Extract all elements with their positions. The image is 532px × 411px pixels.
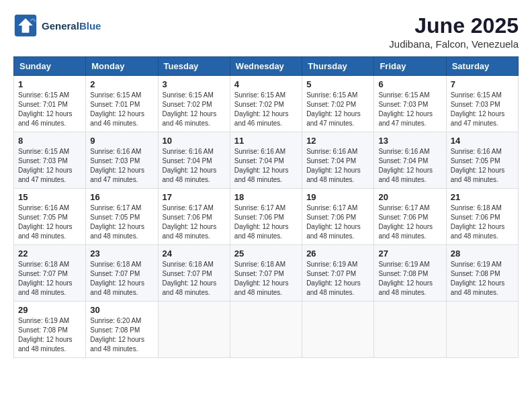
weekday-header-thursday: Thursday [302,57,374,76]
day-number: 22 [18,248,81,259]
month-title: June 2025 [389,13,519,38]
calendar-day-cell: 28Sunrise: 6:19 AM Sunset: 7:08 PM Dayli… [446,245,518,302]
day-info: Sunrise: 6:17 AM Sunset: 7:06 PM Dayligh… [234,203,298,241]
calendar-day-cell: 19Sunrise: 6:17 AM Sunset: 7:06 PM Dayli… [302,189,374,245]
day-number: 24 [163,248,226,259]
calendar-day-cell: 11Sunrise: 6:16 AM Sunset: 7:04 PM Dayli… [230,132,302,189]
day-number: 15 [18,192,81,202]
calendar-day-cell [374,302,446,358]
day-number: 16 [90,192,153,202]
calendar-day-cell: 30Sunrise: 6:20 AM Sunset: 7:08 PM Dayli… [86,302,158,358]
day-number: 7 [451,79,514,89]
day-number: 25 [234,248,298,259]
calendar-day-cell: 3Sunrise: 6:15 AM Sunset: 7:02 PM Daylig… [158,76,230,132]
day-info: Sunrise: 6:16 AM Sunset: 7:04 PM Dayligh… [378,147,441,185]
day-number: 5 [306,79,369,89]
day-number: 27 [378,248,441,259]
calendar-day-cell: 22Sunrise: 6:18 AM Sunset: 7:07 PM Dayli… [14,245,86,302]
day-info: Sunrise: 6:17 AM Sunset: 7:05 PM Dayligh… [90,203,153,241]
day-number: 28 [451,248,514,259]
day-number: 9 [90,136,153,146]
day-info: Sunrise: 6:18 AM Sunset: 7:06 PM Dayligh… [451,203,514,241]
day-info: Sunrise: 6:19 AM Sunset: 7:07 PM Dayligh… [306,260,369,298]
day-info: Sunrise: 6:15 AM Sunset: 7:03 PM Dayligh… [18,147,81,185]
calendar-week-row: 29Sunrise: 6:19 AM Sunset: 7:08 PM Dayli… [14,302,519,358]
day-info: Sunrise: 6:20 AM Sunset: 7:08 PM Dayligh… [90,316,153,354]
day-info: Sunrise: 6:15 AM Sunset: 7:02 PM Dayligh… [163,91,226,128]
weekday-header-row: SundayMondayTuesdayWednesdayThursdayFrid… [14,57,519,76]
day-info: Sunrise: 6:15 AM Sunset: 7:02 PM Dayligh… [306,91,369,128]
day-number: 14 [451,136,514,146]
day-number: 20 [378,192,441,202]
calendar-week-row: 1Sunrise: 6:15 AM Sunset: 7:01 PM Daylig… [14,76,519,132]
day-info: Sunrise: 6:19 AM Sunset: 7:08 PM Dayligh… [451,260,514,298]
calendar-day-cell: 24Sunrise: 6:18 AM Sunset: 7:07 PM Dayli… [158,245,230,302]
calendar-day-cell: 4Sunrise: 6:15 AM Sunset: 7:02 PM Daylig… [230,76,302,132]
calendar-day-cell [302,302,374,358]
day-number: 17 [163,192,226,202]
day-info: Sunrise: 6:16 AM Sunset: 7:05 PM Dayligh… [18,203,81,241]
day-info: Sunrise: 6:18 AM Sunset: 7:07 PM Dayligh… [18,260,81,298]
day-number: 11 [234,136,298,146]
calendar-day-cell: 7Sunrise: 6:15 AM Sunset: 7:03 PM Daylig… [446,76,518,132]
weekday-header-tuesday: Tuesday [158,57,230,76]
day-number: 30 [90,305,153,315]
calendar-day-cell: 12Sunrise: 6:16 AM Sunset: 7:04 PM Dayli… [302,132,374,189]
weekday-header-sunday: Sunday [14,57,86,76]
location-title: Judibana, Falcon, Venezuela [389,38,519,50]
calendar-day-cell: 20Sunrise: 6:17 AM Sunset: 7:06 PM Dayli… [374,189,446,245]
day-number: 12 [306,136,369,146]
day-number: 19 [306,192,369,202]
calendar-day-cell [158,302,230,358]
calendar-day-cell: 15Sunrise: 6:16 AM Sunset: 7:05 PM Dayli… [14,189,86,245]
day-info: Sunrise: 6:15 AM Sunset: 7:01 PM Dayligh… [90,91,153,128]
day-number: 29 [18,305,81,315]
weekday-header-saturday: Saturday [446,57,518,76]
day-number: 1 [18,79,81,89]
calendar-day-cell: 13Sunrise: 6:16 AM Sunset: 7:04 PM Dayli… [374,132,446,189]
day-info: Sunrise: 6:17 AM Sunset: 7:06 PM Dayligh… [378,203,441,241]
calendar-day-cell: 9Sunrise: 6:16 AM Sunset: 7:03 PM Daylig… [86,132,158,189]
weekday-header-friday: Friday [374,57,446,76]
weekday-header-monday: Monday [86,57,158,76]
calendar-week-row: 8Sunrise: 6:15 AM Sunset: 7:03 PM Daylig… [14,132,519,189]
day-number: 10 [163,136,226,146]
calendar-day-cell: 16Sunrise: 6:17 AM Sunset: 7:05 PM Dayli… [86,189,158,245]
logo-icon [13,13,38,38]
day-number: 18 [234,192,298,202]
day-number: 13 [378,136,441,146]
day-info: Sunrise: 6:19 AM Sunset: 7:08 PM Dayligh… [18,316,81,354]
day-info: Sunrise: 6:17 AM Sunset: 7:06 PM Dayligh… [306,203,369,241]
calendar-day-cell: 17Sunrise: 6:17 AM Sunset: 7:06 PM Dayli… [158,189,230,245]
calendar-day-cell: 1Sunrise: 6:15 AM Sunset: 7:01 PM Daylig… [14,76,86,132]
logo: GeneralBlue [13,13,101,38]
day-info: Sunrise: 6:17 AM Sunset: 7:06 PM Dayligh… [163,203,226,241]
calendar-day-cell: 23Sunrise: 6:18 AM Sunset: 7:07 PM Dayli… [86,245,158,302]
day-number: 6 [378,79,441,89]
calendar-day-cell [446,302,518,358]
calendar-day-cell: 18Sunrise: 6:17 AM Sunset: 7:06 PM Dayli… [230,189,302,245]
title-area: June 2025 Judibana, Falcon, Venezuela [389,13,519,50]
day-number: 26 [306,248,369,259]
calendar-day-cell: 27Sunrise: 6:19 AM Sunset: 7:08 PM Dayli… [374,245,446,302]
day-number: 3 [163,79,226,89]
calendar-day-cell: 29Sunrise: 6:19 AM Sunset: 7:08 PM Dayli… [14,302,86,358]
calendar-day-cell: 21Sunrise: 6:18 AM Sunset: 7:06 PM Dayli… [446,189,518,245]
calendar-day-cell: 8Sunrise: 6:15 AM Sunset: 7:03 PM Daylig… [14,132,86,189]
calendar-day-cell [230,302,302,358]
day-info: Sunrise: 6:16 AM Sunset: 7:04 PM Dayligh… [163,147,226,185]
calendar-table: SundayMondayTuesdayWednesdayThursdayFrid… [13,56,519,358]
calendar-day-cell: 6Sunrise: 6:15 AM Sunset: 7:03 PM Daylig… [374,76,446,132]
calendar-day-cell: 14Sunrise: 6:16 AM Sunset: 7:05 PM Dayli… [446,132,518,189]
day-number: 4 [234,79,298,89]
day-number: 23 [90,248,153,259]
day-number: 8 [18,136,81,146]
day-info: Sunrise: 6:18 AM Sunset: 7:07 PM Dayligh… [234,260,298,298]
logo-text: GeneralBlue [42,20,101,32]
day-info: Sunrise: 6:15 AM Sunset: 7:01 PM Dayligh… [18,91,81,128]
calendar-week-row: 22Sunrise: 6:18 AM Sunset: 7:07 PM Dayli… [14,245,519,302]
day-info: Sunrise: 6:15 AM Sunset: 7:02 PM Dayligh… [234,91,298,128]
day-info: Sunrise: 6:15 AM Sunset: 7:03 PM Dayligh… [378,91,441,128]
day-info: Sunrise: 6:18 AM Sunset: 7:07 PM Dayligh… [163,260,226,298]
day-number: 2 [90,79,153,89]
